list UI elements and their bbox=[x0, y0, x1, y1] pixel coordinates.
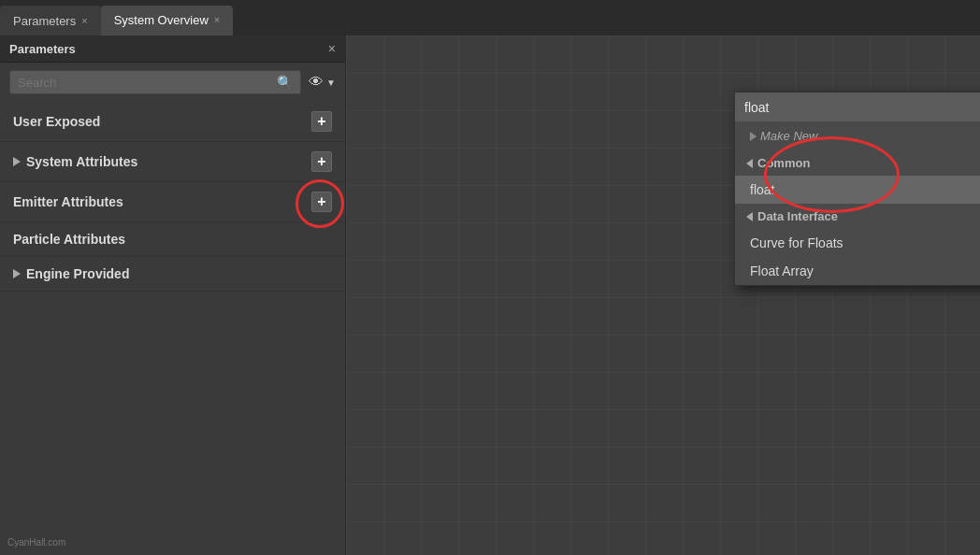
system-attributes-triangle-icon bbox=[13, 157, 21, 166]
data-interface-label: Data Interface bbox=[757, 209, 838, 223]
section-system-attributes[interactable]: System Attributes + bbox=[0, 142, 345, 182]
panel-title: Parameters bbox=[9, 42, 76, 56]
data-interface-triangle-icon bbox=[746, 212, 753, 221]
tab-parameters[interactable]: Parameters × bbox=[0, 6, 101, 36]
user-exposed-label: User Exposed bbox=[13, 114, 100, 129]
section-particle-attributes[interactable]: Particle Attributes bbox=[0, 222, 345, 257]
system-attributes-label: System Attributes bbox=[26, 154, 137, 169]
watermark: CyanHall.com bbox=[7, 537, 65, 548]
common-label: Common bbox=[757, 156, 810, 170]
tab-system-overview-label: System Overview bbox=[114, 13, 209, 27]
tab-parameters-label: Parameters bbox=[13, 14, 76, 28]
dropdown-item-curve-for-floats[interactable]: Curve for Floats bbox=[735, 229, 980, 257]
dropdown-item-float-array[interactable]: Float Array bbox=[735, 257, 980, 285]
search-bar: 🔍 👁 ▼ bbox=[0, 63, 345, 102]
dropdown-category-common[interactable]: Common bbox=[735, 150, 980, 176]
tab-system-overview[interactable]: System Overview × bbox=[101, 6, 234, 36]
add-system-attributes-button[interactable]: + bbox=[311, 151, 332, 172]
section-engine-provided[interactable]: Engine Provided bbox=[0, 257, 345, 292]
dropdown-category-data-interface[interactable]: Data Interface bbox=[735, 204, 980, 229]
eye-icon: 👁 bbox=[309, 74, 324, 91]
search-icon: 🔍 bbox=[277, 75, 293, 90]
right-panel: ✕ Make New Common float Data Interface bbox=[346, 36, 980, 555]
main-layout: Parameters × 🔍 👁 ▼ User Exposed + bbox=[0, 36, 980, 555]
tab-system-overview-close[interactable]: × bbox=[214, 14, 220, 25]
tab-bar: Parameters × System Overview × bbox=[0, 0, 980, 36]
dropdown-item-float[interactable]: float bbox=[735, 176, 980, 204]
emitter-attributes-label: Emitter Attributes bbox=[13, 194, 123, 209]
dropdown-popup: ✕ Make New Common float Data Interface bbox=[734, 92, 980, 286]
tab-parameters-close[interactable]: × bbox=[81, 15, 87, 26]
make-new-label: Make New bbox=[760, 129, 817, 143]
dropdown-search-row: ✕ bbox=[735, 92, 980, 121]
float-array-label: Float Array bbox=[750, 263, 814, 278]
dropdown-search-input[interactable] bbox=[744, 100, 980, 115]
float-label: float bbox=[750, 182, 774, 197]
panel-close-button[interactable]: × bbox=[328, 41, 336, 56]
emitter-add-highlight bbox=[295, 179, 344, 228]
curve-for-floats-label: Curve for Floats bbox=[750, 235, 843, 250]
eye-button[interactable]: 👁 ▼ bbox=[309, 74, 336, 91]
add-user-exposed-button[interactable]: + bbox=[311, 111, 332, 132]
particle-attributes-label: Particle Attributes bbox=[13, 232, 125, 247]
engine-provided-label: Engine Provided bbox=[26, 266, 129, 281]
search-input[interactable] bbox=[18, 76, 277, 90]
add-emitter-attributes-button[interactable]: + bbox=[311, 192, 332, 212]
section-emitter-attributes[interactable]: Emitter Attributes + bbox=[0, 182, 345, 222]
section-user-exposed[interactable]: User Exposed + bbox=[0, 102, 345, 142]
make-new-row[interactable]: Make New bbox=[735, 121, 980, 150]
common-triangle-icon bbox=[746, 159, 753, 168]
search-input-wrap: 🔍 bbox=[9, 70, 301, 94]
engine-provided-triangle-icon bbox=[13, 269, 21, 278]
left-panel: Parameters × 🔍 👁 ▼ User Exposed + bbox=[0, 36, 346, 555]
eye-dropdown-arrow: ▼ bbox=[326, 78, 336, 88]
make-new-arrow-icon bbox=[750, 132, 757, 141]
panel-header: Parameters × bbox=[0, 36, 345, 63]
